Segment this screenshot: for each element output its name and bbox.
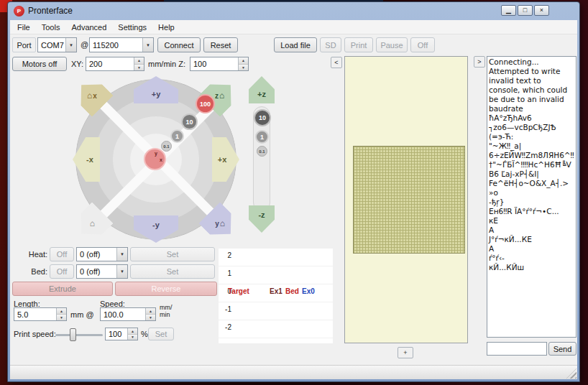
jog-plus-z-button[interactable]: +z — [249, 76, 275, 103]
dropdown-arrow-icon[interactable]: ▼ — [142, 38, 153, 52]
close-button[interactable]: × — [534, 5, 549, 16]
bed-temp-select[interactable]: 0 (off) ▼ — [76, 264, 128, 279]
jog-distance-0.1[interactable]: 0.1 — [161, 141, 172, 152]
baudrate-select[interactable]: 115200 ▼ — [89, 37, 154, 52]
spin-up-icon[interactable]: ▲ — [128, 328, 137, 335]
pronterface-window: P Pronterface ▁ □ × File Tools Advanced … — [7, 1, 580, 382]
heater-set-button[interactable]: Set — [130, 247, 215, 261]
bed-label: Bed: — [23, 267, 47, 276]
bed-off-button[interactable]: Off — [50, 264, 74, 279]
heater-temp-value: 0 (off) — [77, 250, 116, 259]
legend-ex0: Ex0 — [302, 287, 315, 295]
jog-minus-z-button[interactable]: -z — [249, 205, 275, 233]
jog-distance-1[interactable]: 1 — [170, 129, 184, 143]
jog-plus-x-button[interactable]: +x — [212, 137, 239, 182]
jog-minus-y-button[interactable]: -y — [134, 215, 178, 243]
z-distance-10[interactable]: 10 — [254, 109, 271, 126]
spin-up-icon[interactable]: ▲ — [239, 57, 248, 65]
heat-label: Heat: — [23, 250, 47, 259]
xy-feedrate-spinner: ▲ ▼ — [86, 57, 144, 71]
extrude-speed-spinner: ▲ ▼ — [100, 307, 156, 321]
heater-temp-select[interactable]: 0 (off) ▼ — [76, 247, 128, 261]
xy-feedrate-label: XY: — [71, 60, 83, 68]
maximize-button[interactable]: □ — [518, 5, 533, 16]
viewer-add-button[interactable]: + — [398, 347, 413, 358]
z-feedrate-label: mm/min Z: — [148, 60, 185, 68]
client-area: File Tools Advanced Settings Help Port C… — [10, 20, 577, 379]
off-button[interactable]: Off — [410, 37, 435, 52]
home-icon: ⌂ — [89, 218, 94, 228]
jog-minus-x-label: -x — [86, 155, 93, 164]
xy-jog-pad: +y -y -x +x ⌂x z⌂ ⌂ y⌂ 100 10 1 0.1 y x — [73, 76, 239, 243]
jog-plus-x-label: +x — [218, 155, 227, 164]
reverse-button[interactable]: Reverse — [115, 282, 217, 296]
port-value: COM7 — [38, 41, 65, 50]
minimize-button[interactable]: ▁ — [501, 5, 516, 16]
jog-center[interactable]: y x — [144, 148, 166, 170]
jog-distance-100[interactable]: 100 — [196, 94, 215, 113]
menu-item-tools[interactable]: Tools — [36, 22, 66, 33]
spin-down-icon[interactable]: ▼ — [134, 65, 144, 71]
spin-up-icon[interactable]: ▲ — [134, 57, 144, 65]
legend-bed: Bed — [285, 287, 299, 295]
port-select[interactable]: COM7 ▼ — [37, 37, 77, 52]
menu-item-file[interactable]: File — [12, 22, 36, 33]
caption-buttons: ▁ □ × — [501, 5, 549, 16]
z-distance-0.1[interactable]: 0.1 — [257, 146, 267, 157]
jog-center-x-label: x — [160, 157, 162, 162]
send-button[interactable]: Send — [548, 342, 576, 356]
print-speed-slider[interactable] — [55, 328, 103, 341]
sd-button[interactable]: SD — [320, 37, 341, 52]
titlebar[interactable]: P Pronterface ▁ □ × — [8, 2, 579, 20]
resize-grip[interactable] — [566, 368, 576, 379]
reset-button[interactable]: Reset — [203, 37, 238, 52]
print-speed-set-button[interactable]: Set — [148, 328, 174, 340]
load-file-button[interactable]: Load file — [274, 37, 317, 52]
send-command-input[interactable] — [487, 342, 547, 356]
collapse-right-panel-button[interactable]: > — [474, 56, 485, 68]
menu-item-advanced[interactable]: Advanced — [65, 22, 112, 33]
menu-item-settings[interactable]: Settings — [112, 22, 152, 33]
z-distance-1[interactable]: 1 — [255, 130, 269, 144]
log-output[interactable]: Connecting... Attempted to write invalid… — [487, 56, 576, 338]
bed-temp-value: 0 (off) — [77, 267, 116, 276]
dropdown-arrow-icon[interactable]: ▼ — [116, 248, 127, 261]
home-y-label: y — [215, 220, 219, 228]
collapse-left-panel-button[interactable]: < — [331, 57, 342, 68]
spin-up-icon[interactable]: ▲ — [146, 308, 155, 315]
spin-up-icon[interactable]: ▲ — [57, 308, 66, 315]
legend-target: Target — [228, 287, 249, 295]
spin-down-icon[interactable]: ▼ — [146, 315, 155, 320]
spinner-buttons: ▲ ▼ — [238, 57, 248, 70]
dropdown-arrow-icon[interactable]: ▼ — [65, 38, 76, 52]
at-label: @ — [81, 40, 88, 49]
extrude-length-spinner: ▲ ▼ — [14, 307, 67, 321]
slider-thumb[interactable] — [70, 328, 76, 341]
bed-set-button[interactable]: Set — [130, 264, 215, 279]
menu-item-help[interactable]: Help — [152, 22, 180, 33]
gcode-viewer[interactable] — [344, 56, 468, 343]
z-feedrate-spinner: ▲ ▼ — [190, 57, 249, 71]
window-title: Pronterface — [28, 6, 73, 16]
motors-off-button[interactable]: Motors off — [12, 57, 67, 71]
percent-label: % — [141, 330, 148, 338]
heater-off-button[interactable]: Off — [50, 247, 74, 261]
dropdown-arrow-icon[interactable]: ▼ — [116, 265, 127, 278]
print-button[interactable]: Print — [344, 37, 373, 52]
home-icon: ⌂ — [87, 91, 92, 101]
home-z-label: z — [215, 92, 219, 100]
slider-track — [55, 334, 103, 336]
extrude-button[interactable]: Extrude — [12, 282, 113, 296]
spin-down-icon[interactable]: ▼ — [128, 335, 137, 340]
jog-center-y-label: y — [155, 151, 157, 156]
jog-distance-10[interactable]: 10 — [181, 113, 198, 130]
spin-down-icon[interactable]: ▼ — [239, 65, 248, 71]
connect-button[interactable]: Connect — [157, 37, 201, 52]
print-speed-spinner: ▲ ▼ — [105, 328, 138, 340]
jog-plus-y-label: +y — [152, 90, 161, 98]
spin-down-icon[interactable]: ▼ — [57, 315, 66, 320]
pause-button[interactable]: Pause — [376, 37, 408, 52]
print-bed-grid — [353, 146, 465, 254]
home-icon: ⌂ — [220, 218, 225, 228]
home-x-label: x — [93, 92, 97, 100]
